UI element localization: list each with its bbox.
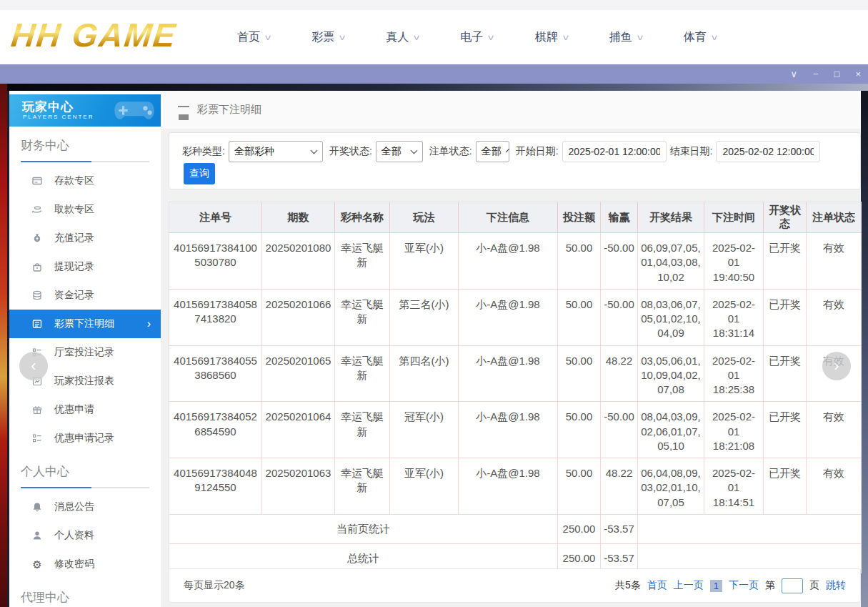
table-cell: 已开奖 — [764, 402, 807, 458]
goto-button[interactable]: 跳转 — [826, 579, 846, 592]
sidebar-item-label: 提现记录 — [54, 260, 94, 273]
summary-win-loss-total: -53.57 — [601, 514, 638, 543]
lottery-type-select[interactable]: 全部彩种 — [229, 141, 323, 162]
page-background-strip — [0, 84, 7, 607]
table-cell: 48.22 — [601, 458, 638, 515]
column-header: 玩法 — [390, 202, 459, 233]
table-cell: 第三名(小) — [390, 289, 459, 345]
scroll-left-button[interactable]: ‹ — [19, 352, 48, 380]
sidebar-item-lottery-bet-detail[interactable]: 彩票下注明细› — [9, 310, 161, 338]
page-title: 彩票下注明细 — [197, 103, 261, 117]
sidebar-item-profile[interactable]: 个人资料 — [9, 521, 161, 550]
withdraw-hand-icon — [31, 204, 44, 215]
logo[interactable]: HH GAME — [9, 16, 179, 54]
main-nav: 首页∨彩票∨真人∨电子∨棋牌∨捕鱼∨体育∨ — [237, 10, 717, 64]
nav-item-fishing[interactable]: 捕鱼∨ — [609, 30, 643, 45]
nav-item-slots[interactable]: 电子∨ — [460, 30, 494, 45]
table-cell: 20250201066 — [262, 289, 335, 345]
gift-icon — [31, 404, 44, 415]
sidebar-item-withdraw-record[interactable]: 提现记录 — [9, 252, 161, 281]
nav-item-label: 电子 — [460, 30, 483, 45]
sidebar-item-label: 充值记录 — [54, 232, 94, 245]
table-cell: 2025-02-01 18:14:51 — [704, 458, 764, 515]
summary-bet-total: 250.00 — [558, 514, 601, 543]
goto-suffix-label: 页 — [809, 579, 819, 592]
window-close-icon[interactable]: × — [855, 69, 861, 79]
nav-item-home[interactable]: 首页∨ — [237, 30, 271, 45]
pagination-bar: 每页显示20条 共5条 首页 上一页 1 下一页 第 页 跳转 — [169, 568, 861, 603]
table-cell: 亚军(小) — [390, 233, 459, 290]
top-strip — [0, 0, 868, 10]
sidebar-item-funds-record[interactable]: 资金记录 — [9, 281, 161, 310]
menu-toggle-icon[interactable] — [178, 106, 189, 114]
scroll-right-button[interactable]: › — [822, 352, 851, 380]
list-icon — [31, 433, 44, 444]
chevron-down-icon: ∨ — [264, 33, 272, 42]
nav-item-live[interactable]: 真人∨ — [386, 30, 419, 45]
window-maximize-icon[interactable]: □ — [834, 69, 840, 79]
end-date-label: 结束日期: — [670, 145, 713, 158]
filter-row: 彩种类型: 全部彩种 开奖状态: 全部 注单状态: 全部 开始日期: 结束日期: — [169, 133, 860, 162]
table-cell: 小-A盘@1.98 — [459, 345, 558, 402]
order-status-value: 全部 — [482, 145, 502, 158]
sidebar-item-label: 消息公告 — [54, 500, 94, 513]
nav-item-label: 体育 — [684, 30, 707, 45]
window-frame-top — [7, 84, 868, 91]
column-header: 下注信息 — [459, 202, 558, 233]
order-status-select[interactable]: 全部 — [476, 141, 509, 162]
table-cell: 幸运飞艇新 — [335, 345, 390, 402]
table-cell: 小-A盘@1.98 — [459, 458, 558, 515]
nav-item-label: 首页 — [237, 30, 260, 45]
chevron-right-icon: › — [834, 357, 839, 375]
window-titlebar[interactable]: ∨ − □ × — [0, 64, 868, 84]
next-page-link[interactable]: 下一页 — [729, 579, 759, 592]
sidebar-item-promo-apply-record[interactable]: 优惠申请记录 — [9, 424, 161, 453]
deposit-card-icon — [31, 175, 44, 187]
lottery-type-value: 全部彩种 — [234, 145, 274, 158]
draw-status-select[interactable]: 全部 — [376, 141, 423, 162]
section-divider — [21, 487, 149, 488]
table-cell: 401569173840553868560 — [169, 345, 262, 402]
sidebar-item-recharge-record[interactable]: 充值记录 — [9, 224, 161, 252]
sidebar-header-title: 玩家中心 — [22, 99, 74, 115]
nav-item-lottery[interactable]: 彩票∨ — [311, 30, 345, 45]
window-frame-right — [861, 91, 868, 607]
sidebar-item-label: 优惠申请 — [54, 403, 94, 416]
column-header: 开奖结果 — [638, 202, 704, 233]
sidebar-item-change-password[interactable]: ⚙修改密码 — [9, 550, 161, 578]
table-row: 40156917384100503078020250201080幸运飞艇新亚军(… — [169, 233, 862, 290]
window-minimize-icon[interactable]: − — [813, 69, 819, 79]
column-header: 投注额 — [558, 202, 601, 233]
table-cell: 幸运飞艇新 — [335, 458, 390, 515]
sidebar-item-label: 玩家投注报表 — [54, 375, 114, 388]
sidebar-item-announcements[interactable]: 消息公告 — [9, 493, 161, 521]
sidebar-item-deposit-zone[interactable]: 存款专区 — [9, 167, 161, 195]
current-page-badge[interactable]: 1 — [710, 580, 722, 592]
table-cell: 亚军(小) — [390, 458, 459, 515]
person-icon — [31, 530, 44, 541]
nav-item-sports[interactable]: 体育∨ — [684, 30, 717, 45]
sidebar-item-withdraw-zone[interactable]: 取款专区 — [9, 195, 161, 224]
table-cell: 50.00 — [558, 233, 601, 290]
table-cell: 50.00 — [558, 289, 601, 345]
lottery-type-label: 彩种类型: — [182, 145, 225, 158]
table-cell: 有效 — [807, 233, 862, 290]
table-cell: 已开奖 — [764, 345, 807, 402]
sidebar-item-promo-apply[interactable]: 优惠申请 — [9, 395, 161, 424]
nav-item-cards[interactable]: 棋牌∨ — [535, 30, 569, 45]
chevron-left-icon: ‹ — [31, 357, 36, 375]
goto-page-input[interactable] — [782, 578, 803, 593]
table-cell: 50.00 — [558, 458, 601, 515]
start-date-input[interactable] — [562, 141, 667, 162]
column-header: 注单号 — [169, 202, 262, 233]
prev-page-link[interactable]: 上一页 — [674, 579, 704, 592]
window-collapse-icon[interactable]: ∨ — [790, 69, 797, 79]
chevron-down-icon: ∨ — [487, 33, 495, 42]
table-body: 40156917384100503078020250201080幸运飞艇新亚军(… — [169, 233, 862, 573]
search-button[interactable]: 查询 — [184, 163, 215, 184]
first-page-link[interactable]: 首页 — [647, 579, 667, 592]
chevron-down-icon — [505, 149, 509, 153]
table-cell: 401569173840587413820 — [169, 289, 262, 345]
end-date-input[interactable] — [716, 141, 820, 162]
table-cell: 401569173840526854590 — [169, 402, 262, 458]
